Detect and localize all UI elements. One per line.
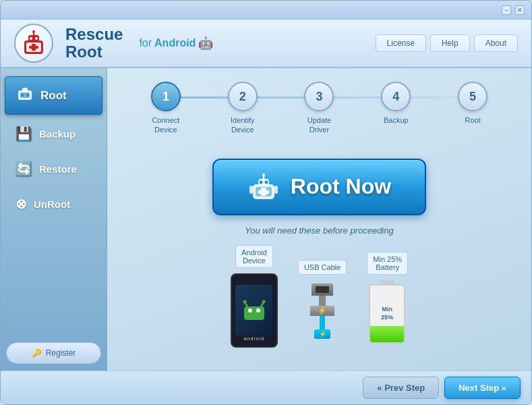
nav-buttons: « Prev Step Next Step »: [363, 377, 521, 399]
usb-cable-label: USB Cable: [298, 260, 347, 275]
requirements-section: You will need these before proceeding An…: [121, 225, 518, 364]
android-brand-text: android: [244, 336, 264, 341]
stepper: 1 ConnectDevice 2 IdentifyDevice 3 Updat…: [121, 82, 518, 135]
root-icon: [16, 85, 34, 106]
step-5-label: Root: [465, 115, 480, 125]
sidebar-item-root[interactable]: Root: [5, 76, 102, 115]
step-1: 1 ConnectDevice: [127, 82, 204, 135]
battery-label: Min 25%Battery: [367, 252, 408, 275]
step-2-label: IdentifyDevice: [231, 115, 254, 135]
restore-icon: 🔄: [16, 161, 32, 177]
minimize-button[interactable]: −: [502, 5, 511, 15]
req-battery: Min 25%Battery Min25%: [367, 252, 408, 348]
step-2-circle: 2: [228, 82, 258, 111]
android-icon: 🤖: [198, 36, 213, 51]
root-now-label: Root Now: [291, 174, 391, 199]
svg-rect-24: [274, 186, 278, 194]
step-2: 2 IdentifyDevice: [204, 82, 281, 135]
for-text: for: [139, 37, 152, 49]
svg-rect-3: [29, 46, 38, 49]
sidebar: Root 💾 Backup 🔄 Restore ⊗ UnRoot 🔑 Regis…: [1, 68, 107, 371]
step-1-label: ConnectDevice: [152, 115, 179, 135]
prev-step-button[interactable]: « Prev Step: [363, 377, 439, 399]
header-nav: License Help About: [376, 34, 518, 52]
bottom-bar: « Prev Step Next Step »: [1, 371, 531, 404]
register-button[interactable]: 🔑 Register: [6, 342, 101, 364]
svg-point-26: [248, 308, 252, 313]
svg-point-5: [30, 37, 32, 40]
app-name-line1: Rescue: [65, 25, 123, 43]
svg-point-13: [26, 94, 29, 97]
register-label: Register: [46, 348, 76, 358]
sidebar-unroot-label: UnRoot: [34, 198, 70, 210]
app-logo-icon: [19, 28, 49, 58]
svg-point-6: [35, 37, 38, 40]
req-usb-cable: USB Cable ⚡: [298, 260, 347, 348]
app-name-line2: Root: [65, 43, 102, 61]
step-4-circle: 4: [381, 82, 411, 111]
sidebar-item-backup[interactable]: 💾 Backup: [5, 117, 102, 150]
root-now-android-icon: [247, 171, 280, 203]
battery-percent-label: Min25%: [381, 306, 393, 321]
next-step-button[interactable]: Next Step »: [444, 377, 521, 399]
close-button[interactable]: ✕: [515, 5, 525, 15]
backup-icon: 💾: [16, 126, 32, 142]
svg-point-27: [256, 308, 260, 313]
step-1-circle: 1: [151, 82, 181, 111]
requirements-title: You will need these before proceeding: [121, 225, 518, 236]
root-button-area: Root Now: [121, 159, 518, 215]
help-button[interactable]: Help: [430, 34, 470, 52]
svg-rect-17: [258, 190, 269, 194]
step-5: 5 Root: [434, 82, 511, 125]
android-device-label: AndroidDevice: [235, 245, 273, 268]
svg-point-20: [264, 180, 268, 184]
license-button[interactable]: License: [376, 34, 426, 52]
for-android-area: for Android 🤖: [139, 36, 213, 51]
usb-cable-icon: ⚡ ⚡: [304, 280, 341, 348]
sidebar-item-unroot[interactable]: ⊗ UnRoot: [5, 188, 102, 220]
requirements-items: AndroidDevice: [121, 245, 518, 348]
android-text: Android: [154, 37, 196, 49]
sidebar-root-label: Root: [40, 89, 67, 103]
app-title-area: Rescue Root: [65, 26, 123, 61]
about-button[interactable]: About: [474, 34, 518, 52]
unroot-icon: ⊗: [16, 196, 27, 212]
sidebar-backup-label: Backup: [39, 128, 76, 140]
sidebar-item-restore[interactable]: 🔄 Restore: [5, 153, 102, 185]
sidebar-restore-label: Restore: [39, 163, 77, 175]
svg-point-12: [21, 94, 24, 97]
main-body: Root 💾 Backup 🔄 Restore ⊗ UnRoot 🔑 Regis…: [1, 68, 531, 371]
svg-rect-11: [22, 88, 28, 92]
req-android-device: AndroidDevice: [231, 245, 278, 348]
step-4-label: Backup: [384, 115, 409, 125]
svg-rect-25: [244, 306, 264, 320]
svg-rect-23: [249, 186, 253, 194]
step-3-label: UpdateDriver: [307, 115, 331, 135]
app-header: Rescue Root for Android 🤖 License Help A…: [1, 20, 531, 68]
step-3-circle: 3: [304, 82, 334, 111]
svg-point-19: [259, 180, 262, 184]
battery-icon: Min25%: [369, 280, 406, 348]
step-3: 3 UpdateDriver: [281, 82, 358, 135]
titlebar: − ✕: [1, 1, 531, 20]
step-4: 4 Backup: [357, 82, 434, 125]
svg-point-8: [32, 30, 35, 33]
svg-point-31: [262, 300, 265, 303]
svg-point-22: [262, 173, 265, 176]
key-icon: 🔑: [32, 348, 42, 358]
step-5-circle: 5: [458, 82, 487, 111]
svg-point-30: [243, 300, 246, 303]
app-window: − ✕: [0, 0, 532, 405]
android-device-icon: android: [231, 273, 278, 348]
root-now-button[interactable]: Root Now: [212, 159, 426, 215]
content-area: 1 ConnectDevice 2 IdentifyDevice 3 Updat…: [107, 68, 531, 371]
